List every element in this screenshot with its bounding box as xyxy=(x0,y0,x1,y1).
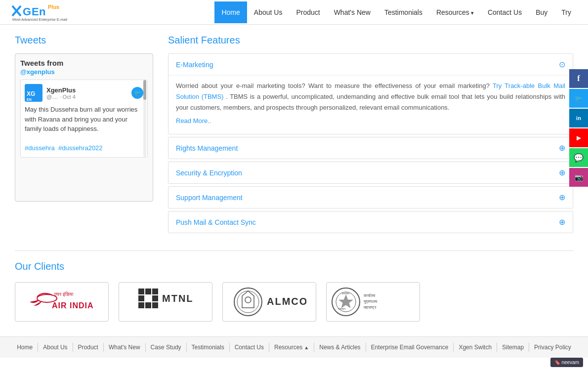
tweet-handle: @xgenplus xyxy=(20,68,55,76)
accordion-support: Support Management ⊕ xyxy=(168,186,573,208)
footer-sitemap[interactable]: Sitemap xyxy=(497,343,529,352)
footer-privacy[interactable]: Privacy Policy xyxy=(529,343,576,352)
svg-text:XG: XG xyxy=(27,90,35,97)
nav-item-try[interactable]: Try xyxy=(554,1,578,23)
nav-item-contact[interactable]: Contact Us xyxy=(481,1,529,23)
tweets-widget: Tweets from @xgenplus XG EN XgenPlus @..… xyxy=(15,53,153,202)
accordion-e-marketing: E-Marketing ⊙ Worried about your e-mail … xyxy=(168,53,573,134)
svg-rect-15 xyxy=(152,289,158,294)
nav-links: Home About Us Product What's New Testimo… xyxy=(214,1,578,23)
nav-item-whats-new[interactable]: What's New xyxy=(327,1,378,23)
accordion-security: Security & Encryption ⊕ xyxy=(168,162,573,184)
accordion-icon-e-marketing: ⊙ xyxy=(559,60,565,69)
accordion-icon-support: ⊕ xyxy=(559,193,565,202)
tweet-scrollbar[interactable] xyxy=(143,80,146,157)
facebook-icon: f xyxy=(577,74,580,83)
accordion-header-support[interactable]: Support Management ⊕ xyxy=(168,187,573,208)
svg-text:Most Advanced Enterprise E-mai: Most Advanced Enterprise E-mail xyxy=(12,17,67,22)
facebook-button[interactable]: f xyxy=(569,69,588,88)
nav-link-contact[interactable]: Contact Us xyxy=(481,1,529,23)
svg-rect-14 xyxy=(145,289,151,294)
footer-home[interactable]: Home xyxy=(12,343,38,352)
footer-product[interactable]: Product xyxy=(73,343,104,352)
footer-testimonials[interactable]: Testimonials xyxy=(187,343,230,352)
accordion-title-push: Push Mail & Contact Sync xyxy=(176,218,256,226)
tweet-avatar: XG EN xyxy=(25,84,42,102)
read-more-link[interactable]: Read More.. xyxy=(176,116,565,126)
footer-news[interactable]: News & Articles xyxy=(314,343,366,352)
emblem-logo: कार्यालय महाराष्ट्र कार्यालय मुद्रणालय म… xyxy=(330,286,417,318)
svg-point-24 xyxy=(245,297,251,303)
tweet-hashtag2[interactable]: #dussehra2022 xyxy=(58,144,103,152)
svg-point-23 xyxy=(237,291,259,313)
twitter-button[interactable]: 🐦 xyxy=(569,89,588,108)
accordion-title-rights: Rights Management xyxy=(176,144,238,152)
twitter-icon: 🐦 xyxy=(575,95,583,102)
svg-rect-17 xyxy=(152,295,158,301)
footer-case-study[interactable]: Case Study xyxy=(146,343,187,352)
youtube-button[interactable]: ▶ xyxy=(569,128,588,147)
tweets-section: Tweets Tweets from @xgenplus XG EN xyxy=(15,35,153,236)
instagram-icon: 📷 xyxy=(575,173,583,181)
footer-governance[interactable]: Enterprise Email Governance xyxy=(366,343,454,352)
mtnl-logo: MTNL xyxy=(133,286,198,318)
nav-link-whats-new[interactable]: What's New xyxy=(327,1,378,23)
clients-grid: एयर इंडिया AIR INDIA MTNL xyxy=(15,282,573,322)
svg-point-22 xyxy=(234,288,262,316)
accordion-header-e-marketing[interactable]: E-Marketing ⊙ xyxy=(168,54,573,75)
nav-item-testimonials[interactable]: Testimonials xyxy=(378,1,429,23)
nav-item-about[interactable]: About Us xyxy=(247,1,290,23)
nav-item-resources[interactable]: Resources xyxy=(429,1,481,23)
client-emblem: कार्यालय महाराष्ट्र कार्यालय मुद्रणालय म… xyxy=(326,282,420,322)
divider xyxy=(15,250,573,251)
accordion-header-push[interactable]: Push Mail & Contact Sync ⊕ xyxy=(168,211,573,233)
footer-xgen-switch[interactable]: Xgen Switch xyxy=(454,343,497,352)
nav-item-product[interactable]: Product xyxy=(289,1,327,23)
nav-link-about[interactable]: About Us xyxy=(247,1,290,23)
tweet-hashtag1[interactable]: #dussehra xyxy=(25,144,55,152)
nav-link-product[interactable]: Product xyxy=(289,1,327,23)
svg-text:मुद्रणालय: मुद्रणालय xyxy=(363,299,378,304)
air-india-logo: एयर इंडिया AIR INDIA xyxy=(25,286,99,318)
svg-text:n: n xyxy=(39,5,45,18)
svg-rect-13 xyxy=(138,289,144,294)
youtube-icon: ▶ xyxy=(577,134,581,141)
accordion-title-security: Security & Encryption xyxy=(176,169,242,177)
instagram-button[interactable]: 📷 xyxy=(569,168,588,187)
resources-dropdown-icon: ▲ xyxy=(304,345,309,350)
linkedin-button[interactable]: in xyxy=(569,109,588,127)
whatsapp-button[interactable]: 💬 xyxy=(569,148,588,167)
almco-svg: ALMCO xyxy=(232,286,306,318)
client-almco: ALMCO xyxy=(222,282,316,322)
twitter-bird-icon: 🐦 xyxy=(131,87,143,99)
footer-contact[interactable]: Contact Us xyxy=(230,343,269,352)
accordion-push-mail: Push Mail & Contact Sync ⊕ xyxy=(168,211,573,233)
main-content: Tweets Tweets from @xgenplus XG EN xyxy=(0,25,588,246)
footer-resources[interactable]: Resources ▲ xyxy=(269,343,314,352)
nav-item-buy[interactable]: Buy xyxy=(529,1,554,23)
accordion-header-rights[interactable]: Rights Management ⊕ xyxy=(168,137,573,159)
footer-about[interactable]: About Us xyxy=(38,343,73,352)
accordion-header-security[interactable]: Security & Encryption ⊕ xyxy=(168,162,573,183)
svg-text:कार्यालय: कार्यालय xyxy=(363,293,376,298)
svg-text:ALMCO: ALMCO xyxy=(267,296,306,307)
logo-image: G E n Plus Most Advanced Enterprise E-ma… xyxy=(10,2,74,23)
nav-link-home[interactable]: Home xyxy=(214,1,247,23)
mtnl-svg: MTNL xyxy=(133,286,198,318)
navbar: G E n Plus Most Advanced Enterprise E-ma… xyxy=(0,0,588,25)
nav-link-testimonials[interactable]: Testimonials xyxy=(378,1,429,23)
svg-text:महाराष्ट्र: महाराष्ट्र xyxy=(337,307,346,311)
nav-link-buy[interactable]: Buy xyxy=(529,1,554,23)
svg-text:कार्यालय: कार्यालय xyxy=(341,292,349,295)
accordion-rights-management: Rights Management ⊕ xyxy=(168,137,573,159)
accordion-content-e-marketing: Worried about your e-mail marketing tool… xyxy=(168,75,573,134)
nav-link-resources[interactable]: Resources xyxy=(429,1,481,23)
svg-marker-30 xyxy=(339,295,353,308)
tweet-user-info: XgenPlus @.... · Oct 4 xyxy=(46,86,127,100)
nav-item-home[interactable]: Home xyxy=(214,1,247,23)
svg-text:MTNL: MTNL xyxy=(162,293,194,304)
clients-title: Our Clients xyxy=(15,261,573,272)
emblem-svg: कार्यालय महाराष्ट्र कार्यालय मुद्रणालय म… xyxy=(330,286,417,318)
nav-link-try[interactable]: Try xyxy=(554,1,578,23)
footer-whats-new[interactable]: What's New xyxy=(104,343,146,352)
